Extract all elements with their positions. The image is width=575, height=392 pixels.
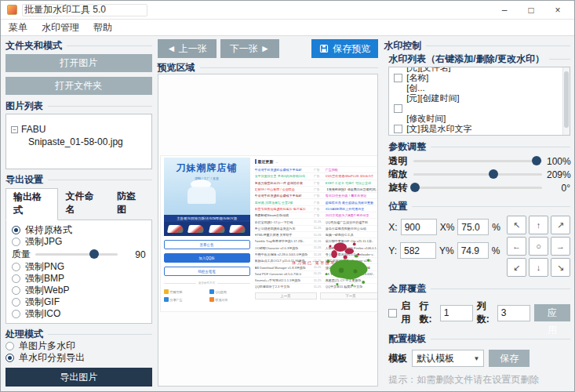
position-left-button[interactable]: ← [507,237,526,256]
open-image-button[interactable]: 打开图片 [5,54,152,72]
menu-item-帮助[interactable]: 帮助 [93,21,112,34]
article-link[interactable]: 远望掘-贝牌水果坛 全景2候 [255,201,314,205]
watermark-checkbox[interactable]: ✓ [394,135,402,136]
radio-icon[interactable] [12,238,20,246]
close-button[interactable]: × [544,2,571,19]
article-link[interactable]: 补童朱回黑仙电源双轮遥控 电片遥控 [255,207,314,211]
article-link[interactable]: 单公论球迷回踢拾泰资志汽车 [255,227,314,230]
article-link[interactable]: 广告招租 [326,168,378,172]
position-bottom-right-button[interactable]: ↘ [551,258,570,277]
process-mode-option[interactable]: 单图片多水印 [5,340,152,352]
position-right-button[interactable]: → [551,237,570,256]
shop-contact-link[interactable]: 官网导航 [164,289,205,294]
radio-icon[interactable] [12,298,20,307]
radio-icon[interactable] [5,354,14,362]
shop-contact-link[interactable]: QQ咨询 [209,289,250,294]
apply-button[interactable]: 应用 [534,304,570,321]
shop-button[interactable]: 我想去逛逛 [164,267,250,276]
format-option[interactable]: 强制PNG [12,261,146,273]
position-bottom-left-button[interactable]: ↙ [507,258,526,277]
param-slider[interactable] [413,160,542,162]
watermark-list[interactable]: [元][文件名][名称][创...[元][创建时间][修改时间][文]我是水印文… [388,67,570,136]
format-option[interactable]: 强制WebP [12,285,146,296]
article-link[interactable]: DVD票价退速iWinPLUS 320元/1个 [326,174,378,178]
article-link[interactable]: OC键帽Character v2.0.3便携版 [255,246,314,250]
process-mode-option[interactable]: 单水印分别导出 [5,352,152,364]
article-link[interactable]: 中梅中收发编缉 v2.28.0.1001.0便携版 [255,252,314,256]
watermark-checkbox[interactable] [394,74,402,82]
article-link[interactable]: Total PDF Converter v6.5.0.734.0 [255,272,314,276]
y-input[interactable] [400,242,436,259]
article-link[interactable]: 水平仪测仪全景 单远G内无音响10倍 [255,174,314,178]
shop-button[interactable]: 加入QQ群 [164,253,250,263]
format-option[interactable]: 强制GIF [12,296,146,308]
shop-contact-link[interactable]: 联系站长 [209,297,250,302]
article-link[interactable]: 【亲亲烤挑拣】现金商品出货最时间.. [326,187,378,191]
radio-icon[interactable] [12,226,20,234]
slider-knob[interactable] [489,169,498,179]
format-option[interactable]: 强制ICO [12,308,146,320]
x-percent-input[interactable] [457,219,489,235]
menu-item-菜单[interactable]: 菜单 [9,21,27,34]
maximize-button[interactable]: □ [518,2,544,19]
slider-knob[interactable] [532,156,541,165]
article-link[interactable]: 超电联石员 最全超级会员账日更新 [326,201,378,205]
next-image-button[interactable]: 下一张 ► [220,39,279,58]
article-link[interactable]: AB Download Manager v1.8.3便携版 [255,266,314,270]
template-select[interactable]: 默认模板 ▼ [412,350,484,367]
format-option[interactable]: 强制JPG [12,236,146,248]
position-bottom-button[interactable]: ↓ [529,258,548,277]
preview-canvas[interactable]: 刀妹潮牌店铺 潮鞋 / 工厂 / 直营 主营:耐克/阿迪/万斯/法克/冠军/彪马… [158,74,379,387]
image-list[interactable]: − FABU Snipaste_01-58-00.jpg [5,114,152,169]
minimize-button[interactable]: – [491,2,518,19]
page-button[interactable]: 上一页 [255,292,317,299]
save-template-button[interactable]: 保存 [489,350,530,367]
save-preview-button[interactable]: 保存预览 [311,39,378,58]
y-percent-input[interactable] [457,242,489,259]
tab-防盗图[interactable]: 防盗图 [110,188,152,220]
scrollbar[interactable] [562,67,570,135]
position-center-button[interactable]: ○ [529,237,548,256]
quality-slider[interactable] [35,253,118,256]
tab-输出格式[interactable]: 输出格式 [5,188,58,220]
article-link[interactable]: 2022大福起头六A两个移石记录 [326,213,378,217]
format-option[interactable]: 强制BMP [12,273,146,285]
article-link[interactable]: 每日22任务升级！魔羊石资址 [326,194,378,198]
open-folder-button[interactable]: 打开文件夹 [5,77,152,95]
article-link[interactable]: 身边云监视员和新日历公运动 [326,227,378,230]
article-link[interactable]: 亮豪解锁Steam全版游戏 [255,213,314,217]
watermark-item[interactable]: [元][创建时间] [394,93,566,103]
position-top-button[interactable]: ↑ [529,216,548,234]
article-link[interactable]: QQ透乐端广告清业历史端学贴 [326,220,378,224]
article-link[interactable]: 红袜99 / 中山装牌 / 企画联合 [255,187,314,191]
article-link[interactable]: 牛逼哥手机资源机会赚钱下单包邮 [255,194,314,198]
article-link[interactable]: EXE个工证卡 可挑个 可以公交进 [326,181,378,185]
radio-icon[interactable] [12,286,20,295]
position-top-left-button[interactable]: ↖ [507,216,526,234]
watermark-checkbox[interactable] [394,104,402,113]
param-slider[interactable] [413,187,542,189]
radio-icon[interactable] [12,263,20,271]
radio-icon[interactable] [12,274,20,283]
article-link[interactable]: 电脑一键亮停心工具 [326,233,378,237]
tree-node-file[interactable]: Snipaste_01-58-00.jpg [11,136,147,147]
watermark-item[interactable]: ✓[图]X6D.COM.png [394,134,566,136]
position-top-right-button[interactable]: ↗ [551,216,570,234]
prev-image-button[interactable]: ◄ 上一张 [158,39,217,58]
rows-input[interactable] [440,305,473,321]
radio-icon[interactable] [12,310,20,318]
shop-contact-link[interactable]: 分享广告 [164,297,205,302]
format-option[interactable]: 保持原格式 [12,224,146,236]
article-link[interactable]: 牛逼哥手机资源机会赚钱下单包邮 [255,168,314,172]
article-link[interactable]: XDGAME牌机上外司通历史 [326,207,378,211]
tree-node-folder[interactable]: − FABU [11,124,147,135]
x-input[interactable] [401,219,437,235]
cols-input[interactable] [497,305,530,321]
shop-button[interactable]: 查看公告 [164,240,250,249]
watermark-checkbox[interactable] [394,125,402,133]
slider-knob[interactable] [410,183,420,192]
radio-icon[interactable] [5,342,14,350]
tree-expander-icon[interactable]: − [11,126,18,133]
article-link[interactable]: 绝杀万袋童机出25一件 超远特价装 [255,181,314,185]
article-link[interactable]: Twinkle Tray亮度调节便携1.17.2版.. [255,239,314,243]
